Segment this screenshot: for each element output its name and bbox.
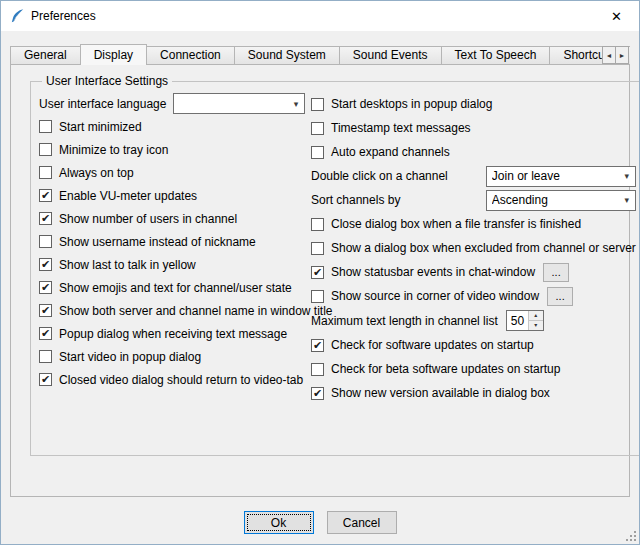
checkbox-checked[interactable]: ✔ bbox=[39, 281, 52, 294]
checkbox-label: Start minimized bbox=[59, 120, 142, 134]
checkbox-row: ✔Show emojis and text for channel/user s… bbox=[39, 276, 305, 299]
settings-columns: User interface language ▾ Start minimize… bbox=[39, 92, 636, 405]
checkbox-row: Start video in popup dialog bbox=[39, 345, 305, 368]
double-click-label: Double click on a channel bbox=[311, 169, 448, 183]
app-icon bbox=[9, 8, 25, 24]
checkbox-row: ✔Show last to talk in yellow bbox=[39, 253, 305, 276]
checkbox-label: Start video in popup dialog bbox=[59, 350, 201, 364]
sort-channels-selected-value: Ascending bbox=[492, 193, 619, 207]
preferences-window: Preferences ✕ GeneralDisplayConnectionSo… bbox=[0, 0, 640, 545]
right-bottom-checkbox-list: ✔Check for software updates on startupCh… bbox=[311, 333, 636, 405]
checkbox-label: Show username instead of nickname bbox=[59, 235, 256, 249]
title-bar: Preferences ✕ bbox=[1, 1, 639, 31]
right-column: Start desktops in popup dialogTimestamp … bbox=[311, 92, 636, 405]
tab-connection[interactable]: Connection bbox=[146, 46, 235, 65]
checkbox-unchecked[interactable] bbox=[39, 235, 52, 248]
checkbox-row: ✔Enable VU-meter updates bbox=[39, 184, 305, 207]
tab-scroll-left-button[interactable]: ◄ bbox=[602, 46, 616, 64]
checkbox-label: Show a dialog box when excluded from cha… bbox=[331, 241, 636, 255]
checkbox-label: Show new version available in dialog box bbox=[331, 386, 550, 400]
language-row: User interface language ▾ bbox=[39, 92, 305, 115]
window-title: Preferences bbox=[31, 9, 96, 23]
chevron-down-icon: ▾ bbox=[619, 195, 635, 205]
checkbox-row: ✔Show new version available in dialog bo… bbox=[311, 381, 636, 405]
tab-sound-events[interactable]: Sound Events bbox=[339, 46, 442, 65]
checkbox-checked[interactable]: ✔ bbox=[39, 212, 52, 225]
checkbox-row: Minimize to tray icon bbox=[39, 138, 305, 161]
checkbox-label: Closed video dialog should return to vid… bbox=[59, 373, 303, 387]
checkbox-label: Start desktops in popup dialog bbox=[331, 97, 492, 111]
checkbox-row: Show source in corner of video window... bbox=[311, 284, 636, 308]
checkbox-row: Show username instead of nickname bbox=[39, 230, 305, 253]
tab-general[interactable]: General bbox=[10, 46, 81, 65]
tab-scroll-right-button[interactable]: ► bbox=[615, 46, 629, 64]
tab-scroll: ◄ ► bbox=[602, 46, 629, 64]
checkbox-label: Enable VU-meter updates bbox=[59, 189, 197, 203]
checkbox-unchecked[interactable] bbox=[39, 166, 52, 179]
checkbox-checked[interactable]: ✔ bbox=[39, 258, 52, 271]
right-top-checkbox-list: Start desktops in popup dialogTimestamp … bbox=[311, 92, 636, 164]
checkbox-label: Show emojis and text for channel/user st… bbox=[59, 281, 292, 295]
checkbox-label: Show both server and channel name in win… bbox=[59, 304, 333, 318]
checkbox-unchecked[interactable] bbox=[311, 98, 324, 111]
checkbox-checked[interactable]: ✔ bbox=[39, 373, 52, 386]
double-click-select[interactable]: Join or leave ▾ bbox=[486, 166, 636, 187]
checkbox-label: Show number of users in channel bbox=[59, 212, 237, 226]
spin-up-icon[interactable]: ▴ bbox=[529, 311, 543, 321]
tab-bar: GeneralDisplayConnectionSound SystemSoun… bbox=[10, 44, 630, 65]
checkbox-row: Auto expand channels bbox=[311, 140, 636, 164]
dialog-footer: Ok Cancel bbox=[1, 511, 639, 534]
checkbox-unchecked[interactable] bbox=[39, 120, 52, 133]
checkbox-row: Start desktops in popup dialog bbox=[311, 92, 636, 116]
chevron-down-icon: ▾ bbox=[288, 99, 304, 109]
checkbox-unchecked[interactable] bbox=[311, 146, 324, 159]
more-options-button[interactable]: ... bbox=[543, 263, 569, 282]
checkbox-label: Minimize to tray icon bbox=[59, 143, 168, 157]
checkbox-checked[interactable]: ✔ bbox=[311, 339, 324, 352]
sort-channels-label: Sort channels by bbox=[311, 193, 400, 207]
more-options-button[interactable]: ... bbox=[547, 287, 573, 306]
group-title: User Interface Settings bbox=[42, 74, 172, 88]
max-text-length-spinner[interactable]: 50 ▴ ▾ bbox=[506, 310, 544, 331]
checkbox-unchecked[interactable] bbox=[39, 350, 52, 363]
checkbox-unchecked[interactable] bbox=[39, 143, 52, 156]
checkbox-checked[interactable]: ✔ bbox=[39, 189, 52, 202]
spin-down-icon[interactable]: ▾ bbox=[529, 321, 543, 330]
double-click-selected-value: Join or leave bbox=[492, 169, 619, 183]
double-click-row: Double click on a channel Join or leave … bbox=[311, 164, 636, 188]
checkbox-row: ✔Show number of users in channel bbox=[39, 207, 305, 230]
checkbox-unchecked[interactable] bbox=[311, 218, 324, 231]
checkbox-unchecked[interactable] bbox=[311, 242, 324, 255]
checkbox-unchecked[interactable] bbox=[311, 363, 324, 376]
checkbox-label: Popup dialog when receiving text message bbox=[59, 327, 287, 341]
checkbox-row: Close dialog box when a file transfer is… bbox=[311, 212, 636, 236]
sort-channels-row: Sort channels by Ascending ▾ bbox=[311, 188, 636, 212]
close-button[interactable]: ✕ bbox=[594, 1, 639, 31]
checkbox-checked[interactable]: ✔ bbox=[311, 266, 324, 279]
checkbox-row: Check for beta software updates on start… bbox=[311, 357, 636, 381]
checkbox-checked[interactable]: ✔ bbox=[39, 304, 52, 317]
checkbox-label: Auto expand channels bbox=[331, 145, 450, 159]
max-text-length-value: 50 bbox=[507, 311, 528, 330]
checkbox-unchecked[interactable] bbox=[311, 290, 324, 303]
language-select[interactable]: ▾ bbox=[173, 93, 305, 114]
checkbox-label: Check for software updates on startup bbox=[331, 338, 534, 352]
checkbox-checked[interactable]: ✔ bbox=[311, 387, 324, 400]
checkbox-unchecked[interactable] bbox=[311, 122, 324, 135]
left-column: User interface language ▾ Start minimize… bbox=[39, 92, 305, 405]
sort-channels-select[interactable]: Ascending ▾ bbox=[486, 190, 636, 211]
ok-button[interactable]: Ok bbox=[244, 511, 314, 534]
checkbox-row: ✔Show statusbar events in chat-window... bbox=[311, 260, 636, 284]
checkbox-label: Close dialog box when a file transfer is… bbox=[331, 217, 581, 231]
spinner-arrows: ▴ ▾ bbox=[528, 311, 543, 330]
right-mid-checkbox-list: Close dialog box when a file transfer is… bbox=[311, 212, 636, 308]
language-label: User interface language bbox=[39, 97, 166, 111]
checkbox-checked[interactable]: ✔ bbox=[39, 327, 52, 340]
cancel-button[interactable]: Cancel bbox=[327, 511, 397, 534]
checkbox-row: Timestamp text messages bbox=[311, 116, 636, 140]
tab-sound-system[interactable]: Sound System bbox=[234, 46, 340, 65]
tab-display[interactable]: Display bbox=[80, 44, 147, 65]
tab-text-to-speech[interactable]: Text To Speech bbox=[441, 46, 551, 65]
user-interface-settings-group: User Interface Settings User interface l… bbox=[30, 74, 640, 456]
chevron-down-icon: ▾ bbox=[619, 171, 635, 181]
